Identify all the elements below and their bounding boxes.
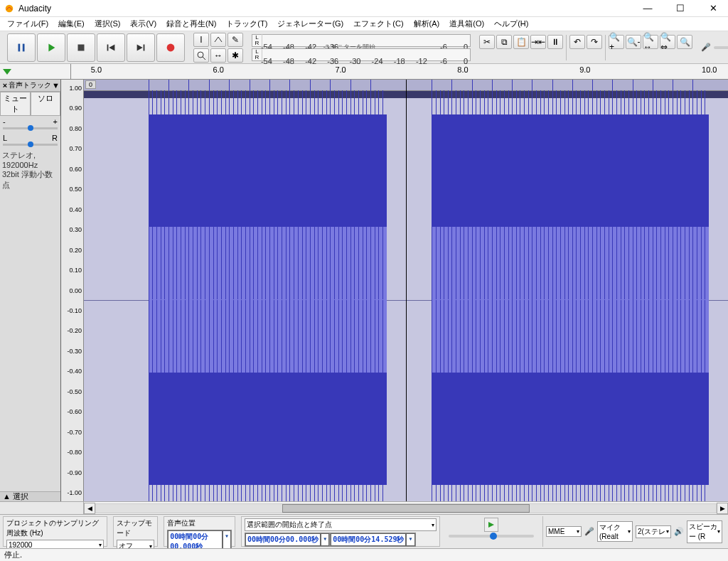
svg-rect-5 [107,44,109,50]
paste-button[interactable]: 📋 [513,35,529,49]
timeshift-tool-button[interactable]: ↔ [210,48,226,63]
close-button[interactable]: ✕ [702,3,724,14]
copy-button[interactable]: ⧉ [496,35,512,49]
playback-speed-slider[interactable] [449,535,534,538]
transport-toolbar [7,33,185,62]
zoom-tool-button[interactable] [193,48,209,63]
svg-line-11 [203,57,205,60]
play-at-speed-toolbar [446,516,537,547]
track-name[interactable]: 音声トラック [9,80,52,90]
svg-rect-1 [18,43,21,51]
record-button[interactable] [156,33,185,62]
multi-tool-button[interactable]: ✱ [228,48,243,63]
snap-group: スナップモード オフ [113,516,158,547]
menu-file[interactable]: ファイル(F) [3,17,53,31]
selection-group: 選択範囲の開始点と終了点 00時間00分00.000秒▾ 00時間00分14.5… [241,516,440,547]
minimize-button[interactable]: — [637,3,658,14]
cut-button[interactable]: ✂ [479,35,495,49]
draw-tool-button[interactable]: ✎ [228,33,243,47]
selection-tool-button[interactable]: I [193,33,209,47]
menu-view[interactable]: 表示(V) [126,17,161,31]
app-logo-icon [4,4,14,14]
track-close-button[interactable]: × [1,81,9,90]
fit-project-button[interactable]: 🔍⇔ [660,35,675,49]
meter-toolbar: LR -3 モニターを開始 -54-48-42-36-60 LR -54-48-… [252,34,471,61]
svg-point-0 [6,4,14,12]
mixer-toolbar: 🎤 🔊 [701,43,728,52]
play-head-icon[interactable] [3,69,11,75]
playback-meter[interactable]: LR -54-48-42-36-30-24-18-12-60 [252,48,471,61]
selection-toolbar: プロジェクトのサンプリング周波数 (Hz) 192000 スナップモード オフ … [0,514,728,548]
envelope-tool-button[interactable] [210,33,226,47]
selection-mode-select[interactable]: 選択範囲の開始点と終了点 [245,518,437,531]
scroll-right-button[interactable]: ▶ [717,503,728,514]
scroll-left-button[interactable]: ◀ [84,503,95,514]
audio-position-label: 音声位置 [167,518,232,528]
timeline-gutter [0,64,71,79]
status-bar: 停止. [0,548,728,561]
mute-button[interactable]: ミュート [0,92,31,116]
project-rate-label: プロジェクトのサンプリング周波数 (Hz) [6,518,104,538]
menu-edit[interactable]: 編集(E) [54,17,89,31]
play-at-speed-button[interactable] [484,518,498,532]
selection-start-field[interactable]: 00時間00分00.000秒 [245,533,321,546]
menu-effect[interactable]: エフェクト(C) [349,17,407,31]
track-control-panel: × 音声トラック ▼ ミュート ソロ -+ LR ステレオ, 192000Hz … [0,80,61,501]
redo-button[interactable]: ↷ [587,35,602,49]
recording-channels-select[interactable]: 2(ステレ [636,525,671,538]
undo-button[interactable]: ↶ [569,35,585,49]
trim-button[interactable]: ⇥⇤ [530,35,546,49]
pan-slider[interactable]: LR [0,132,60,149]
menu-tracks[interactable]: トラック(T) [222,17,272,31]
clip-title[interactable]: 0 [85,80,96,89]
menu-analyze[interactable]: 解析(A) [410,17,444,31]
stop-button[interactable] [67,33,95,62]
zoom-out-button[interactable]: 🔍- [626,35,641,49]
toolbar-row: I ✎ ↔ ✱ LR -3 モニターを開始 -54-48-42-36-60 LR… [0,31,728,64]
solo-button[interactable]: ソロ [31,92,61,116]
zoom-toggle-button[interactable]: 🔍 [677,35,692,49]
skip-start-button[interactable] [97,33,125,62]
separator [566,35,567,60]
play-button[interactable] [37,33,65,62]
selection-end-field[interactable]: 00時間00分14.529秒 [331,533,406,546]
separator [605,35,606,60]
svg-marker-12 [488,522,494,528]
status-text: 停止. [4,550,22,559]
svg-point-9 [167,43,175,51]
timeline-ruler[interactable]: 5.06.07.08.09.010.0 [0,64,728,80]
edit-toolbar: ✂ ⧉ 📋 ⇥⇤ ⏸ ↶ ↷ 🔍+ 🔍- 🔍↔ 🔍⇔ 🔍 [479,35,692,60]
speaker-device-icon: 🔊 [674,527,684,536]
fit-selection-button[interactable]: 🔍↔ [643,35,658,49]
recording-volume-slider[interactable] [714,46,728,49]
track-menu-button[interactable]: ▼ [52,81,59,90]
waveform-area[interactable]: 0 [84,80,728,501]
menu-generate[interactable]: ジェネレーター(G) [273,17,348,31]
menu-tools[interactable]: 道具箱(O) [445,17,488,31]
silence-button[interactable]: ⏸ [547,35,563,49]
svg-marker-6 [109,44,114,50]
zoom-in-button[interactable]: 🔍+ [609,35,624,49]
track-format-info: ステレオ, 192000Hz 32bit 浮動小数点 [0,149,60,192]
horizontal-scrollbar[interactable]: ◀ ▶ [84,502,728,514]
audio-host-select[interactable]: MME [546,526,582,537]
menu-help[interactable]: ヘルプ(H) [490,17,532,31]
menu-select[interactable]: 選択(S) [90,17,125,31]
svg-rect-8 [144,44,145,50]
svg-marker-7 [137,44,143,50]
svg-rect-4 [78,44,85,50]
tools-toolbar: I ✎ ↔ ✱ [193,33,243,63]
recording-device-select[interactable]: マイク (Realt [597,521,633,542]
track-header[interactable]: × 音声トラック ▼ [0,80,60,92]
maximize-button[interactable]: ☐ [670,3,691,14]
timeline-scale[interactable]: 5.06.07.08.09.010.0 [71,64,728,79]
playback-device-select[interactable]: スピーカー (R [687,520,722,543]
recording-meter[interactable]: LR -3 モニターを開始 -54-48-42-36-60 [252,34,471,47]
gain-slider[interactable]: -+ [0,116,60,132]
track-collapse-button[interactable]: ▲ 選択 [0,491,60,501]
skip-end-button[interactable] [127,33,155,62]
device-toolbar: MME 🎤 マイク (Realt 2(ステレ 🔊 スピーカー (R [542,516,725,547]
pause-button[interactable] [7,33,36,62]
horizontal-scrollbar-row: ◀ ▶ [0,501,728,514]
menu-transport[interactable]: 録音と再生(N) [162,17,220,31]
